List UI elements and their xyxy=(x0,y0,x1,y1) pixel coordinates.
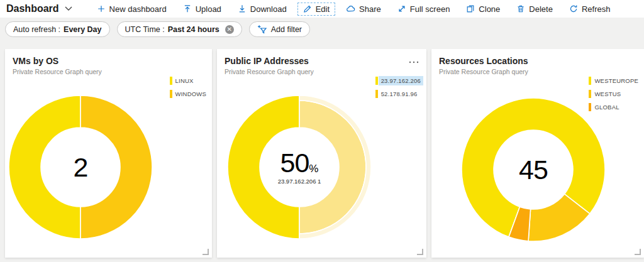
legend-item-selected[interactable]: 23.97.162.206 xyxy=(375,77,421,85)
tile-vms-by-os: VMs by OS Private Resource Graph query L… xyxy=(5,49,212,258)
filter-bar: Auto refresh : Every Day UTC Time : Past… xyxy=(0,18,644,49)
add-filter-button[interactable]: Add filter xyxy=(249,21,310,37)
share-button[interactable]: Share xyxy=(340,3,387,16)
clone-button[interactable]: Clone xyxy=(460,3,506,16)
trash-icon xyxy=(516,4,525,13)
more-options-icon[interactable] xyxy=(408,53,420,67)
tile-title: Public IP Addresses xyxy=(217,49,426,66)
pencil-icon xyxy=(303,4,312,13)
legend-swatch xyxy=(589,77,591,85)
cloud-icon xyxy=(346,4,355,13)
tile-title: VMs by OS xyxy=(5,49,212,66)
tile-resize-handle[interactable] xyxy=(203,249,209,255)
tile-resize-handle[interactable] xyxy=(635,249,641,255)
remove-filter-icon[interactable]: ✕ xyxy=(225,25,234,34)
donut-slice-52-178-91-96[interactable] xyxy=(299,101,366,234)
upload-button[interactable]: Upload xyxy=(177,3,227,16)
tile-resize-handle[interactable] xyxy=(417,249,423,255)
legend-swatch xyxy=(170,90,172,98)
new-dashboard-button[interactable]: New dashboard xyxy=(91,3,172,16)
legend-item[interactable]: 52.178.91.96 xyxy=(375,90,418,98)
chart-legend: 23.97.162.206 52.178.91.96 xyxy=(375,77,421,98)
legend-item[interactable]: WESTEUROPE xyxy=(589,77,638,85)
page-title: Dashboard xyxy=(6,3,59,14)
refresh-icon xyxy=(569,4,578,13)
legend-item[interactable]: LINUX xyxy=(170,77,194,85)
tile-public-ip-addresses: Public IP Addresses Private Resource Gra… xyxy=(217,49,426,258)
legend-swatch xyxy=(375,90,378,98)
utc-time-filter-pill[interactable]: UTC Time : Past 24 hours ✕ xyxy=(117,21,242,37)
dashboard-grid: VMs by OS Private Resource Graph query L… xyxy=(0,49,644,258)
fullscreen-arrow-icon xyxy=(397,4,406,13)
tile-title: Resources Locations xyxy=(431,49,644,66)
chevron-down-icon xyxy=(65,6,72,11)
tile-subtitle: Private Resource Graph query xyxy=(217,66,426,75)
download-icon xyxy=(238,4,247,13)
chart-legend: LINUX WINDOWS xyxy=(170,77,206,98)
tile-subtitle: Private Resource Graph query xyxy=(5,66,212,75)
copy-icon xyxy=(466,4,475,13)
legend-item[interactable]: WINDOWS xyxy=(170,90,206,98)
donut-chart-vms-by-os[interactable] xyxy=(5,92,156,243)
tile-resources-locations: Resources Locations Private Resource Gra… xyxy=(431,49,644,258)
tile-subtitle: Private Resource Graph query xyxy=(431,66,644,75)
donut-slice-windows[interactable] xyxy=(80,96,152,239)
donut-slice-23-97-162-206[interactable] xyxy=(228,96,299,239)
add-filter-icon xyxy=(257,25,267,35)
dashboard-title-menu[interactable]: Dashboard xyxy=(6,3,72,14)
legend-swatch xyxy=(375,77,378,85)
donut-slice-linux[interactable] xyxy=(9,96,80,239)
legend-swatch xyxy=(170,77,172,85)
full-screen-button[interactable]: Full screen xyxy=(392,3,456,16)
upload-icon xyxy=(183,4,192,13)
donut-chart-public-ip[interactable] xyxy=(224,92,375,243)
donut-chart-resources-locations[interactable] xyxy=(458,94,609,245)
dashboard-toolbar: Dashboard New dashboard Upload Download … xyxy=(0,0,644,18)
delete-button[interactable]: Delete xyxy=(511,3,558,16)
auto-refresh-filter-pill[interactable]: Auto refresh : Every Day xyxy=(5,21,110,37)
plus-icon xyxy=(97,4,106,13)
download-button[interactable]: Download xyxy=(232,3,292,16)
edit-button[interactable]: Edit xyxy=(297,3,335,16)
refresh-button[interactable]: Refresh xyxy=(564,3,616,16)
